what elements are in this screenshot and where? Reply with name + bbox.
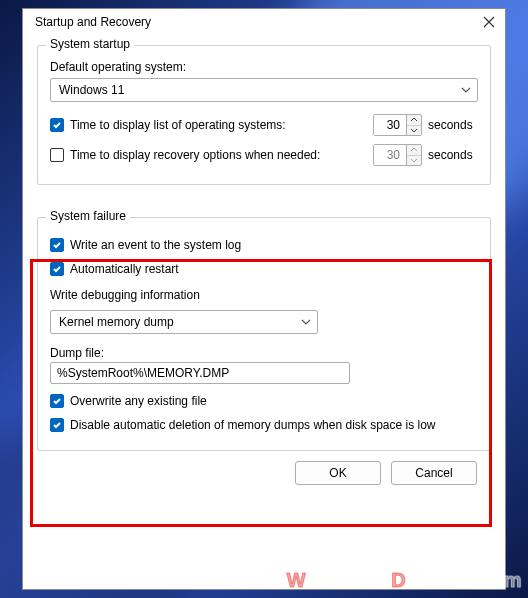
display-os-list-label: Time to display list of operating system…	[70, 118, 286, 132]
spin-up-icon[interactable]	[407, 115, 421, 125]
checkbox-disable-auto-delete[interactable]	[50, 418, 64, 432]
dump-file-label: Dump file:	[50, 346, 478, 360]
os-list-seconds-spinner[interactable]	[373, 114, 422, 136]
group-system-failure-legend: System failure	[46, 209, 130, 223]
debug-info-select[interactable]: Kernel memory dump	[50, 310, 318, 334]
checkbox-write-event[interactable]	[50, 238, 64, 252]
close-icon[interactable]	[483, 16, 495, 28]
default-os-value: Windows 11	[59, 83, 124, 97]
window-title: Startup and Recovery	[35, 15, 151, 29]
seconds-unit-1: seconds	[428, 118, 478, 132]
watermark-r2: IGITAL.com	[406, 569, 522, 591]
spin-down-icon	[407, 155, 421, 165]
overwrite-label: Overwrite any existing file	[70, 394, 207, 408]
titlebar: Startup and Recovery	[23, 9, 505, 35]
write-event-label: Write an event to the system log	[70, 238, 241, 252]
cancel-button[interactable]: Cancel	[391, 461, 477, 485]
startup-recovery-dialog: Startup and Recovery System startup Defa…	[22, 8, 506, 590]
recovery-seconds-spinner[interactable]	[373, 144, 422, 166]
debug-info-label: Write debugging information	[50, 288, 478, 302]
default-os-select[interactable]: Windows 11	[50, 78, 478, 102]
chevron-down-icon	[301, 319, 311, 325]
watermark: WINDOWSDIGITAL.com	[287, 569, 522, 592]
display-recovery-label: Time to display recovery options when ne…	[70, 148, 320, 162]
checkbox-display-recovery[interactable]	[50, 148, 64, 162]
watermark-w: W	[287, 569, 306, 591]
checkbox-auto-restart[interactable]	[50, 262, 64, 276]
dump-file-value: %SystemRoot%\MEMORY.DMP	[57, 366, 229, 380]
os-list-seconds-input[interactable]	[374, 115, 406, 135]
seconds-unit-2: seconds	[428, 148, 478, 162]
checkbox-display-os-list[interactable]	[50, 118, 64, 132]
group-system-failure: System failure Write an event to the sys…	[37, 217, 491, 451]
checkbox-overwrite[interactable]	[50, 394, 64, 408]
dialog-client-area: System startup Default operating system:…	[23, 35, 505, 589]
group-system-startup: System startup Default operating system:…	[37, 45, 491, 185]
chevron-down-icon	[461, 87, 471, 93]
ok-label: OK	[329, 466, 346, 480]
dump-file-input[interactable]: %SystemRoot%\MEMORY.DMP	[50, 362, 350, 384]
dialog-buttons: OK Cancel	[37, 451, 491, 485]
watermark-r1: INDOWS	[306, 569, 391, 591]
spin-down-icon[interactable]	[407, 125, 421, 135]
default-os-label: Default operating system:	[50, 60, 478, 74]
debug-info-value: Kernel memory dump	[59, 315, 174, 329]
recovery-seconds-input	[374, 145, 406, 165]
watermark-d: D	[391, 569, 406, 591]
spin-up-icon	[407, 145, 421, 155]
ok-button[interactable]: OK	[295, 461, 381, 485]
disable-auto-delete-label: Disable automatic deletion of memory dum…	[70, 418, 436, 432]
auto-restart-label: Automatically restart	[70, 262, 179, 276]
group-system-startup-legend: System startup	[46, 37, 134, 51]
cancel-label: Cancel	[415, 466, 452, 480]
